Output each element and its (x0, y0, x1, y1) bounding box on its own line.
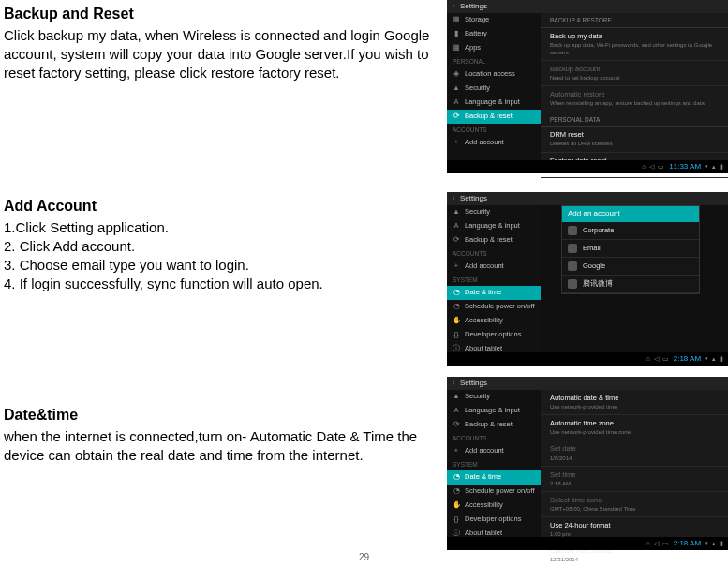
sidebar-item[interactable]: ALanguage & input (447, 404, 541, 418)
sidebar-item[interactable]: ◔Date & time (447, 470, 541, 485)
sidebar-icon: ▲ (453, 392, 460, 401)
navbar-icons[interactable]: ⌂ ◁ ▭ (646, 539, 670, 547)
sidebar-icon: ✋ (453, 316, 460, 325)
statusbar-time: 2:18 AM (674, 539, 701, 549)
sidebar-icon: A (453, 406, 460, 415)
sidebar-item-label: Security (465, 392, 490, 401)
addaccount-line-4: 4. If login successfully, sync function … (4, 275, 436, 293)
sidebar-section-header: SYSTEM (447, 274, 541, 286)
sidebar-item[interactable]: {}Developer options (447, 513, 541, 527)
sidebar-icon: {} (453, 330, 460, 339)
sidebar-item-label: Security (465, 83, 490, 93)
sidebar-icon: ⟳ (453, 235, 460, 245)
sidebar-item-label: Schedule power on/off (465, 486, 535, 496)
back-icon[interactable]: ‹ (447, 379, 460, 389)
settings-item[interactable]: Automatic date & timeUse network-provide… (541, 390, 728, 415)
settings-title: Settings (460, 2, 487, 12)
backup-title: Backup and Reset (4, 4, 436, 24)
sidebar-item[interactable]: ◈Location access (447, 67, 541, 82)
sidebar-item[interactable]: {}Developer options (447, 328, 541, 342)
navbar-icons[interactable]: ⌂ ◁ ▭ (646, 354, 670, 363)
settings-item-title: Set date (550, 444, 719, 454)
sidebar-item[interactable]: ▲Security (447, 82, 541, 96)
sidebar-icon: ▦ (453, 43, 460, 52)
screenshot-date-time: ‹ Settings ▲SecurityALanguage & input⟳Ba… (447, 377, 728, 550)
settings-item[interactable]: Set time2:18 AM (541, 467, 728, 492)
settings-item[interactable]: Select time zoneGMT+08:00, China Standar… (541, 492, 728, 517)
settings-item[interactable]: Set date1/8/2014 (541, 440, 728, 466)
settings-item-subtitle: When reinstalling an app, restore backed… (550, 99, 719, 107)
account-type-label: Google (583, 261, 605, 271)
account-type-label: Corporate (583, 226, 614, 235)
settings-title: Settings (460, 194, 487, 204)
sidebar-section-header: ACCOUNTS (447, 247, 541, 260)
settings-item-subtitle: GMT+08:00, China Standard Time (550, 505, 719, 513)
sidebar-item[interactable]: ✋Accessibility (447, 499, 541, 513)
sidebar-item-label: Add account (465, 446, 504, 455)
account-type-item[interactable]: Email (562, 240, 699, 258)
sidebar-item[interactable]: ▲Security (447, 205, 541, 219)
account-type-item[interactable]: 腾讯微博 (562, 276, 699, 293)
account-type-item[interactable]: Google (562, 258, 699, 276)
sidebar-item-label: Location access (465, 69, 515, 79)
sidebar-item-label: Language & input (465, 221, 520, 231)
sidebar-item-label: Accessibility (465, 500, 503, 510)
sidebar-icon: ◔ (453, 288, 460, 297)
settings-item[interactable]: Backup accountNeed to set backup account (541, 61, 728, 86)
settings-item[interactable]: Automatic time zoneUse network-provided … (541, 415, 728, 440)
sidebar-item[interactable]: ALanguage & input (447, 219, 541, 233)
settings-item-subtitle: 1/8/2014 (550, 455, 719, 462)
sidebar-item[interactable]: +Add account (447, 136, 541, 150)
sidebar-item-label: Date & time (465, 288, 501, 297)
sidebar-icon: A (453, 221, 460, 231)
settings-item[interactable]: Back up my dataBack up app data, Wi-Fi p… (541, 28, 728, 61)
sidebar-icon: ✋ (453, 500, 460, 510)
sidebar-item-label: Backup & reset (465, 112, 513, 121)
settings-item[interactable]: Automatic restoreWhen reinstalling an ap… (541, 86, 728, 112)
sidebar-item[interactable]: ◔Date & time (447, 286, 541, 300)
sidebar-icon: ⟳ (453, 112, 460, 121)
account-type-icon (568, 261, 577, 271)
account-type-icon (568, 279, 577, 289)
settings-item-title: Backup account (550, 65, 719, 74)
settings-item[interactable]: DRM resetDeletes all DRM licenses (541, 127, 728, 152)
sidebar-item[interactable]: ▮Battery (447, 27, 541, 41)
sidebar-icon: ⟳ (453, 420, 460, 429)
statusbar-time: 11:33 AM (669, 162, 701, 172)
settings-item-title: Select time zone (550, 496, 719, 505)
settings-title: Settings (460, 379, 487, 389)
sidebar-item[interactable]: ⟳Backup & reset (447, 110, 541, 124)
sidebar-item[interactable]: +Add account (447, 260, 541, 274)
sidebar-item[interactable]: ▲Security (447, 390, 541, 404)
sidebar-item[interactable]: ▦Storage (447, 13, 541, 27)
sidebar-item-label: Language & input (465, 406, 520, 415)
sidebar-item[interactable]: ▦Apps (447, 41, 541, 55)
back-icon[interactable]: ‹ (447, 194, 460, 204)
addaccount-line-1: 1.Click Setting application. (4, 218, 436, 237)
account-type-label: 腾讯微博 (583, 279, 613, 289)
sidebar-icon: ▲ (453, 83, 460, 93)
sidebar-icon: ◔ (453, 486, 460, 496)
settings-item-subtitle: Use network-provided time (550, 403, 719, 410)
sidebar-icon: ▮ (453, 29, 460, 38)
back-icon[interactable]: ‹ (447, 2, 460, 12)
sidebar-item[interactable]: ⟳Backup & reset (447, 233, 541, 247)
sidebar-item[interactable]: +Add account (447, 444, 541, 458)
addaccount-line-2: 2. Click Add account. (4, 237, 436, 256)
sidebar-item[interactable]: ✋Accessibility (447, 314, 541, 328)
sidebar-item-label: Apps (465, 43, 481, 52)
sidebar-icon: + (453, 261, 460, 271)
addaccount-section: Add Account 1.Click Setting application.… (0, 192, 447, 375)
sidebar-item[interactable]: ⟳Backup & reset (447, 418, 541, 432)
sidebar-item[interactable]: ◔Schedule power on/off (447, 300, 541, 314)
sidebar-item-label: Add account (465, 138, 504, 147)
sidebar-item-label: Schedule power on/off (465, 302, 535, 311)
account-type-icon (568, 226, 577, 235)
sidebar-icon: ◔ (453, 472, 460, 482)
navbar-icons[interactable]: ⌂ ◁ ▭ (642, 162, 665, 171)
sidebar-item[interactable]: ALanguage & input (447, 96, 541, 110)
settings-item-title: Automatic time zone (550, 419, 719, 428)
sidebar-item[interactable]: ◔Schedule power on/off (447, 485, 541, 499)
account-type-item[interactable]: Corporate (562, 222, 699, 240)
datetime-body: when the internet is connected,turn on- … (4, 427, 436, 466)
